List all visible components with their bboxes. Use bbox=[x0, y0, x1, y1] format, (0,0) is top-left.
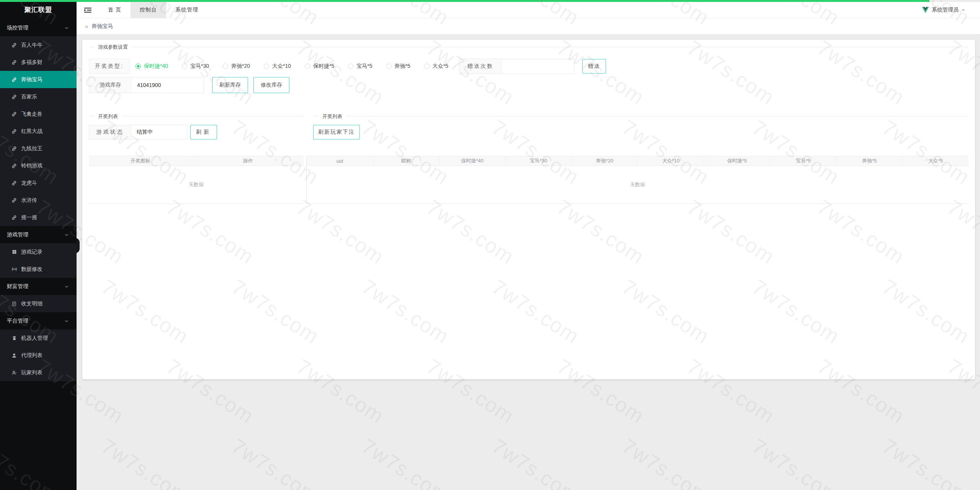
radio-bmw-30[interactable]: 宝马*30 bbox=[182, 63, 209, 70]
chevron-down-icon bbox=[64, 233, 69, 237]
watermark-text: 7w7s.com bbox=[748, 434, 844, 490]
user-menu[interactable]: 系统管理员 bbox=[922, 2, 980, 18]
sidebar-group-label: 游戏管理 bbox=[7, 231, 28, 238]
sidebar-item-label: 数据修改 bbox=[21, 266, 42, 273]
game-status-label: 游戏状态 bbox=[89, 125, 131, 139]
link-icon bbox=[11, 129, 17, 134]
sidebar-group-caifu-guanli[interactable]: 财富管理 bbox=[0, 278, 77, 295]
sidebar-item-lingdang-youxi[interactable]: 铃铛游戏 bbox=[0, 157, 77, 174]
sidebar-group-label: 平台管理 bbox=[7, 318, 28, 324]
sidebar-item-label: 摇一摇 bbox=[21, 214, 37, 221]
modify-stock-button[interactable]: 修改库存 bbox=[253, 77, 289, 93]
game-stock-group: 游戏库存 bbox=[89, 77, 204, 93]
tab-console[interactable]: 控制台 bbox=[131, 2, 166, 18]
player-bets-table: uid 昵称 保时捷*40 宝马*30 奔驰*20 大众*10 保时捷*5 宝马… bbox=[306, 156, 969, 204]
sidebar-item-label: 奔驰宝马 bbox=[21, 76, 42, 83]
breadcrumb-arrow-icon: » bbox=[85, 23, 88, 29]
sidebar-item-daili-liebiao[interactable]: 代理列表 bbox=[0, 347, 77, 364]
document-icon bbox=[11, 301, 17, 306]
sidebar-group-youxi-guanli[interactable]: 游戏管理 bbox=[0, 226, 77, 243]
watermark-text: 7w7s.com bbox=[618, 434, 714, 490]
radio-circle-icon bbox=[348, 64, 353, 69]
gift-button[interactable]: 赠送 bbox=[582, 59, 606, 74]
radio-bmw-5[interactable]: 宝马*5 bbox=[348, 63, 372, 70]
sidebar-item-label: 百人牛牛 bbox=[21, 42, 42, 49]
sidebar-item-shouzhi-mingxi[interactable]: 收支明细 bbox=[0, 295, 77, 312]
game-status-row: 游戏状态 刷新 bbox=[89, 125, 304, 139]
sidebar-item-longhudou[interactable]: 龙虎斗 bbox=[0, 174, 77, 192]
game-stock-input[interactable] bbox=[132, 77, 204, 93]
game-params-section: 游戏参数设置 开奖类型: 保时捷*40 宝马*30 奔驰*20 大众*10 保时… bbox=[89, 47, 969, 93]
sidebar-group-label: 场控管理 bbox=[7, 25, 28, 31]
sidebar-item-jiqiren-guanli[interactable]: 机器人管理 bbox=[0, 329, 77, 347]
sidebar-item-shuihuzhuan[interactable]: 水浒传 bbox=[0, 192, 77, 209]
sidebar-item-label: 飞禽走兽 bbox=[21, 111, 42, 118]
table-empty-body: 无数据 bbox=[89, 166, 304, 204]
sidebar-item-feiqin-zoushou[interactable]: 飞禽走兽 bbox=[0, 105, 77, 123]
radio-circle-icon bbox=[305, 64, 310, 69]
radio-vw-10[interactable]: 大众*10 bbox=[264, 63, 291, 70]
sidebar-item-jiuxian-lawang[interactable]: 九线拉王 bbox=[0, 140, 77, 157]
sidebar-item-label: 九线拉王 bbox=[21, 145, 42, 152]
radio-porsche-5[interactable]: 保时捷*5 bbox=[305, 63, 334, 70]
column-header: 奔驰*20 bbox=[572, 156, 638, 166]
sidebar-item-honghei-dazhan[interactable]: 红黑大战 bbox=[0, 123, 77, 140]
sidebar-item-shuju-xiugai[interactable]: 数据修改 bbox=[0, 261, 77, 278]
column-header: 奔驰*5 bbox=[836, 156, 902, 166]
empty-state-text: 无数据 bbox=[189, 181, 204, 188]
sidebar-group-changkong-guanli[interactable]: 场控管理 bbox=[0, 19, 77, 36]
game-status-input[interactable] bbox=[131, 125, 187, 139]
sidebar-item-youxi-jilu[interactable]: 游戏记录 bbox=[0, 243, 77, 261]
link-icon bbox=[11, 94, 17, 100]
radio-porsche-40[interactable]: 保时捷*40 bbox=[136, 63, 168, 70]
sidebar-item-label: 收支明细 bbox=[21, 300, 42, 307]
menu-toggle-button[interactable] bbox=[77, 2, 99, 18]
refresh-button[interactable]: 刷新 bbox=[190, 125, 217, 139]
sidebar-item-duofu-duocai[interactable]: 多福多财 bbox=[0, 54, 77, 71]
radio-benz-20[interactable]: 奔驰*20 bbox=[223, 63, 250, 70]
sidebar-group-label: 财富管理 bbox=[7, 283, 28, 290]
link-icon bbox=[11, 111, 17, 117]
tab-system-management[interactable]: 系统管理 bbox=[166, 2, 207, 18]
sidebar-item-label: 铃铛游戏 bbox=[21, 162, 42, 169]
link-icon bbox=[11, 43, 17, 48]
sidebar-item-yaoyiyao[interactable]: 摇一摇 bbox=[0, 209, 77, 226]
empty-state-text: 无数据 bbox=[630, 181, 645, 188]
radio-vw-5[interactable]: 大众*5 bbox=[424, 63, 448, 70]
sidebar-item-bairen-niuniu[interactable]: 百人牛牛 bbox=[0, 36, 77, 54]
broadcast-icon bbox=[11, 266, 17, 272]
radio-circle-icon bbox=[223, 64, 228, 69]
column-header: 保时捷*40 bbox=[439, 156, 505, 166]
sidebar-item-benchi-baoma[interactable]: 奔驰宝马 bbox=[0, 71, 77, 88]
link-icon bbox=[11, 60, 17, 65]
sidebar-item-label: 游戏记录 bbox=[21, 249, 42, 256]
tables-area: 开奖图标 操作 无数据 uid 昵称 保时捷*40 宝马*30 奔驰*20 大众… bbox=[89, 156, 969, 204]
gift-count-group: 赠送次数 bbox=[459, 59, 575, 74]
sidebar-item-label: 龙虎斗 bbox=[21, 180, 37, 187]
hamburger-icon bbox=[84, 7, 92, 13]
table-header-row: uid 昵称 保时捷*40 宝马*30 奔驰*20 大众*10 保时捷*5 宝马… bbox=[307, 156, 969, 166]
gift-count-input[interactable] bbox=[502, 59, 574, 74]
sidebar-item-baijiale[interactable]: 百家乐 bbox=[0, 88, 77, 105]
link-icon bbox=[11, 180, 17, 186]
lottery-type-label: 开奖类型: bbox=[89, 59, 130, 74]
app-logo: 聚汇联盟 bbox=[0, 0, 77, 19]
radio-benz-5[interactable]: 奔驰*5 bbox=[386, 63, 410, 70]
radio-circle-icon bbox=[182, 64, 187, 69]
robot-icon bbox=[11, 335, 17, 341]
lottery-list-right-section: 开奖列表 刷新玩家下注 bbox=[313, 116, 969, 139]
refresh-stock-button[interactable]: 刷新库存 bbox=[212, 77, 248, 93]
breadcrumb: » 奔驰宝马 bbox=[77, 18, 980, 34]
section-legend: 游戏参数设置 bbox=[94, 44, 132, 51]
refresh-player-bets-button[interactable]: 刷新玩家下注 bbox=[313, 125, 360, 139]
sidebar-item-wanjia-liebiao[interactable]: 玩家列表 bbox=[0, 364, 77, 381]
sidebar-item-label: 百家乐 bbox=[21, 93, 37, 100]
gift-count-label: 赠送次数 bbox=[459, 59, 502, 74]
lottery-sections: 开奖列表 游戏状态 刷新 开奖列表 刷新玩家下注 bbox=[89, 116, 969, 139]
main-panel: 游戏参数设置 开奖类型: 保时捷*40 宝马*30 奔驰*20 大众*10 保时… bbox=[82, 40, 975, 379]
sidebar-group-pingtai-guanli[interactable]: 平台管理 bbox=[0, 312, 77, 329]
chevron-down-icon bbox=[64, 319, 69, 323]
section-legend: 开奖列表 bbox=[318, 113, 346, 120]
tab-home[interactable]: 首 页 bbox=[99, 2, 131, 18]
user-outline-icon bbox=[11, 370, 17, 375]
